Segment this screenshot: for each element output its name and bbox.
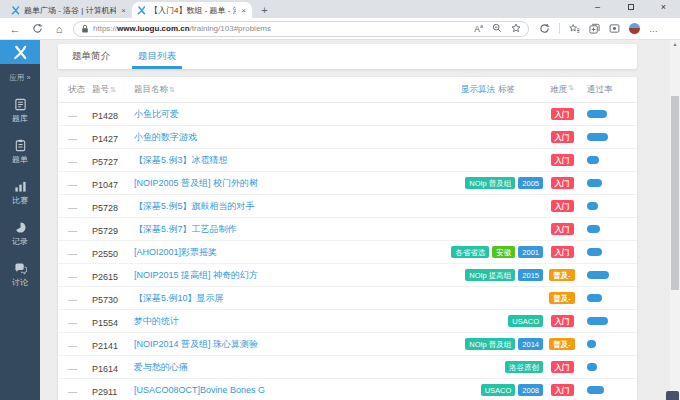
minimize-button[interactable]: – — [581, 0, 614, 15]
difficulty-badge: 入门 — [551, 315, 574, 327]
problem-title-link[interactable]: 【深基5.例5】旗鼓相当的对手 — [134, 200, 409, 213]
table-row: — P5730 【深基5.例10】显示屏 普及- — [58, 287, 637, 310]
tab-problem-list[interactable]: 题目列表 — [138, 44, 176, 69]
problem-title-link[interactable]: 【深基5.例7】工艺品制作 — [134, 223, 409, 236]
back-button[interactable]: ← — [8, 21, 22, 37]
sort-icon[interactable]: ⇅ — [169, 86, 175, 93]
maximize-button[interactable] — [614, 0, 647, 15]
sync-icon[interactable] — [539, 23, 550, 34]
status-icon: — — [68, 157, 77, 167]
table-row: — P1428 小鱼比可爱 入门 — [58, 103, 637, 126]
scrollbar-thumb[interactable] — [671, 96, 679, 290]
sort-icon[interactable]: ⇅ — [568, 84, 574, 96]
page-scrollbar[interactable]: ▲ — [670, 40, 680, 400]
scroll-up-icon[interactable]: ▲ — [670, 40, 680, 49]
problem-title-link[interactable]: [NOIP2005 普及组] 校门外的树 — [134, 177, 409, 190]
sidebar-item-records[interactable]: 记录 — [0, 221, 40, 247]
problem-title-link[interactable]: 小鱼比可爱 — [134, 108, 409, 121]
tab-training-intro[interactable]: 题单简介 — [72, 44, 110, 69]
tag-badge: 安徽 — [492, 246, 515, 258]
browser-tab-1[interactable]: 题单广场 - 洛谷 | 计算机科学教 × — [6, 3, 132, 18]
show-algorithm-link[interactable]: 显示算法 — [461, 84, 495, 94]
table-row: — P1427 小鱼的数字游戏 入门 — [58, 126, 637, 149]
table-row: — P2141 [NOIP2014 普及组] 珠心算测验 NOIp 普及组201… — [58, 333, 637, 356]
problem-id: P5728 — [92, 203, 118, 213]
problem-title-link[interactable]: [USACO08OCT]Bovine Bones G — [134, 385, 409, 395]
tag-badge: NOIp 提高组 — [465, 269, 515, 281]
tab-close-icon[interactable]: × — [240, 6, 247, 15]
refresh-button[interactable] — [30, 21, 44, 37]
floating-corner-button[interactable] — [666, 391, 679, 400]
luogu-logo[interactable] — [0, 40, 40, 64]
status-icon: — — [68, 226, 77, 236]
problem-title-link[interactable]: 梦中的统计 — [134, 315, 409, 328]
problem-title-link[interactable]: [NOIP2014 普及组] 珠心算测验 — [134, 338, 409, 351]
home-button[interactable]: ⌂ — [52, 21, 66, 37]
more-menu-icon[interactable]: … — [649, 24, 659, 34]
sidebar-item-contest[interactable]: 比赛 — [0, 180, 40, 206]
problem-title-link[interactable]: 爱与愁的心痛 — [134, 361, 409, 374]
refresh-icon — [32, 23, 43, 34]
toolbar-divider — [559, 23, 560, 34]
favorite-star-icon[interactable] — [511, 23, 521, 33]
tag-list: USACO — [409, 315, 543, 327]
difficulty-badge: 普及- — [549, 269, 575, 281]
problem-title-link[interactable]: 【深基5.例3】冰雹猜想 — [134, 154, 409, 167]
pass-rate-fill — [587, 202, 598, 210]
pass-rate-fill — [587, 363, 597, 371]
browser-tab-2[interactable]: 【入门4】数组 - 题单 - 洛谷 | 计 × — [132, 2, 252, 18]
contest-icon — [14, 180, 27, 193]
close-button[interactable]: × — [647, 0, 680, 15]
sidebar-item-discuss[interactable]: 讨论 — [0, 262, 40, 288]
address-bar[interactable]: https://www.luogu.com.cn/training/103#pr… — [73, 21, 529, 37]
tab-close-icon[interactable]: × — [120, 6, 127, 15]
sort-icon[interactable]: ⇅ — [110, 86, 116, 93]
problem-id: P2141 — [92, 341, 118, 351]
pass-rate-bar — [587, 110, 627, 118]
problem-id: P5727 — [92, 157, 118, 167]
header-id[interactable]: 题号⇅ — [92, 84, 134, 96]
pass-rate-fill — [587, 340, 596, 348]
pass-rate-fill — [587, 133, 608, 141]
tag-badge: 2001 — [518, 246, 543, 258]
header-name[interactable]: 题目名称⇅ — [134, 84, 409, 96]
status-icon: — — [68, 111, 77, 121]
sidebar-apps[interactable]: 应用 » — [0, 73, 40, 83]
profile-avatar[interactable] — [629, 23, 640, 34]
sidebar-item-label: 题库 — [12, 113, 28, 124]
pass-rate-fill — [587, 271, 609, 279]
zoom-icon[interactable] — [492, 23, 502, 33]
browser-window: 题单广场 - 洛谷 | 计算机科学教 × 【入门4】数组 - 题单 - 洛谷 |… — [0, 0, 680, 400]
tag-list: USACO2008 — [409, 384, 543, 396]
difficulty-badge: 入门 — [551, 223, 574, 235]
problem-title-link[interactable]: [NOIP2015 提高组] 神奇的幻方 — [134, 269, 409, 282]
records-icon — [14, 221, 27, 234]
difficulty-badge: 入门 — [551, 200, 574, 212]
sidebar-item-problems[interactable]: 题库 — [0, 98, 40, 124]
read-aloud-icon[interactable]: Aa — [474, 23, 483, 34]
status-icon: — — [68, 364, 77, 374]
problem-title-link[interactable]: 【深基5.例10】显示屏 — [134, 292, 409, 305]
pass-rate-bar — [587, 386, 627, 394]
problem-id: P1047 — [92, 180, 118, 190]
pass-rate-bar — [587, 202, 627, 210]
sidebar-item-training[interactable]: 题单 — [0, 139, 40, 165]
favorites-bar-icon[interactable] — [569, 23, 580, 34]
pass-rate-bar — [587, 179, 627, 187]
tag-badge: 2005 — [518, 177, 543, 189]
problem-title-link[interactable]: [AHOI2001]彩票摇奖 — [134, 246, 409, 259]
new-tab-button[interactable]: + — [257, 2, 272, 17]
header-status: 状态 — [68, 84, 92, 96]
pass-rate-fill — [587, 110, 607, 118]
tag-badge: NOIp 普及组 — [465, 338, 515, 350]
header-difficulty[interactable]: 难度⇅ — [543, 84, 581, 96]
screenshot-icon[interactable] — [609, 23, 620, 34]
status-icon: — — [68, 249, 77, 259]
url-scheme: https:// — [93, 24, 117, 33]
problem-id: P2615 — [92, 272, 118, 282]
difficulty-badge: 入门 — [551, 131, 574, 143]
chevron-right-icon: » — [26, 73, 30, 82]
collections-icon[interactable] — [589, 23, 600, 34]
tag-list: 各省省选安徽2001 — [409, 246, 543, 258]
problem-title-link[interactable]: 小鱼的数字游戏 — [134, 131, 409, 144]
